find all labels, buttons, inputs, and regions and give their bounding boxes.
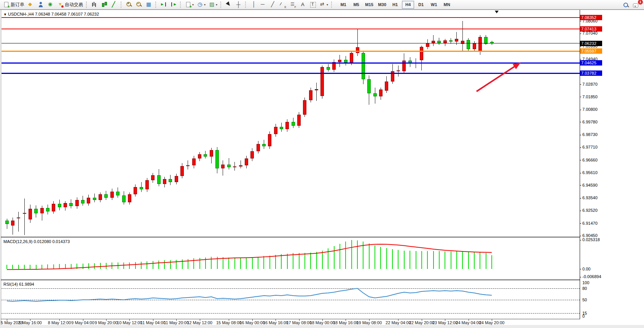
price-tick [580,223,581,224]
fibonacci-button[interactable] [288,0,298,9]
price-tick-label: 6.91470 [582,221,598,226]
notification-badge: 1 [638,0,643,5]
toolbar-separator [180,2,182,8]
macd-histogram-bar [410,251,410,269]
candle [5,221,9,224]
tile-windows-button[interactable] [144,0,154,9]
autotrade-button[interactable]: 自动交易 [56,0,84,9]
price-tick [580,198,581,198]
timeframe-m1[interactable]: M1 [337,1,349,9]
indicators-button[interactable]: ▾ [183,0,195,9]
search-button[interactable] [621,1,631,10]
timeframe-m15[interactable]: M15 [363,1,375,9]
mt4-window: 新订单 自动交易 + − ▾ ▾ ▾ ▾ [0,0,644,328]
candle [180,166,184,176]
panel-divider[interactable] [1,237,580,237]
candlestick-icon [101,1,108,8]
rsi-level-line [2,313,580,314]
macd-histogram-bar [322,251,323,269]
macd-axis-label: 0.00 [582,267,590,271]
autotrade-label: 自动交易 [65,2,83,8]
macd-histogram-bar [451,251,451,269]
price-tick [580,185,581,186]
macd-histogram-bar [153,261,153,269]
signals-button[interactable] [36,0,46,9]
timeframe-d1[interactable]: D1 [415,1,427,9]
price-tick [580,173,581,173]
macd-panel-surface[interactable] [1,238,580,279]
candle [292,122,295,126]
text-label-button[interactable] [308,0,318,9]
candle [262,144,266,146]
text-button[interactable] [298,0,308,9]
price-tick-label: 6.94590 [582,183,598,187]
macd-histogram-bar [24,265,25,269]
channel-button[interactable] [278,0,288,9]
macd-histogram-bar [357,240,358,269]
macd-histogram-bar [491,255,492,269]
candle [58,204,61,208]
news-button[interactable] [46,0,56,9]
price-tick-label: 6.92520 [582,208,598,213]
candle [320,67,324,96]
chart-shift-button[interactable] [169,0,179,9]
macd-histogram-bar [328,248,328,269]
trendline-button[interactable] [268,0,278,9]
market-button[interactable] [26,0,36,9]
clock-icon [197,1,204,8]
candle [397,70,400,71]
candle [274,127,277,134]
collapse-triangle-icon[interactable]: ▼ [3,13,7,16]
timeframe-h1[interactable]: H1 [389,1,401,9]
candle [93,198,96,200]
candle-wick [13,218,13,235]
price-tick-label: 6.98730 [582,132,598,137]
horizontal-line-button[interactable] [258,0,268,9]
chart-shift-icon [170,1,177,8]
vertical-line-button[interactable] [249,0,258,9]
toolbar-right: 1 [621,1,641,10]
zoom-in-button[interactable]: + [124,0,134,9]
candle [99,194,102,200]
cursor-button[interactable] [224,0,234,9]
candle [257,144,260,151]
candle-chart-button[interactable] [99,0,109,9]
chart-shift-marker-icon[interactable] [495,11,499,13]
zoom-out-button[interactable]: − [134,0,144,9]
arrows-button[interactable]: ▾ [318,0,330,9]
timeframe-m30[interactable]: M30 [376,1,388,9]
line-chart-button[interactable] [109,0,119,9]
price-tick [580,160,581,160]
macd-histogram-bar [147,261,147,269]
macd-histogram-bar [88,263,89,269]
bar-chart-button[interactable] [89,0,99,9]
new-order-button[interactable]: 新订单 [2,0,26,9]
notifications-button[interactable]: 1 [631,1,641,10]
candle [128,194,131,202]
candle [338,60,341,62]
panel-divider[interactable] [1,279,580,280]
macd-histogram-bar [141,262,142,269]
timeframe-mn[interactable]: MN [441,1,453,9]
price-tick [580,122,581,122]
auto-scroll-button[interactable] [159,0,169,9]
timeframe-h4[interactable]: H4 [402,1,414,9]
price-tick [580,211,581,211]
timeframe-m5[interactable]: M5 [350,1,362,9]
timeframe-w1[interactable]: W1 [428,1,440,9]
price-tick [580,84,581,85]
price-tick-label: 6.99780 [582,120,598,124]
toolbar: 新订单 自动交易 + − ▾ ▾ ▾ ▾ [0,0,644,10]
templates-button[interactable]: ▾ [207,0,219,9]
timeframe-bar: M1M5M15M30H1H4D1W1MN [337,1,453,9]
candle [192,158,196,165]
macd-axis-label: -0.006894 [582,274,601,279]
macd-histogram-bar [223,257,223,269]
crosshair-button[interactable] [234,0,244,9]
candle [110,192,114,198]
periods-button[interactable]: ▾ [195,0,207,9]
candle [29,209,32,219]
candle [327,67,330,70]
macd-histogram-bar [287,254,288,269]
candle [204,154,207,156]
